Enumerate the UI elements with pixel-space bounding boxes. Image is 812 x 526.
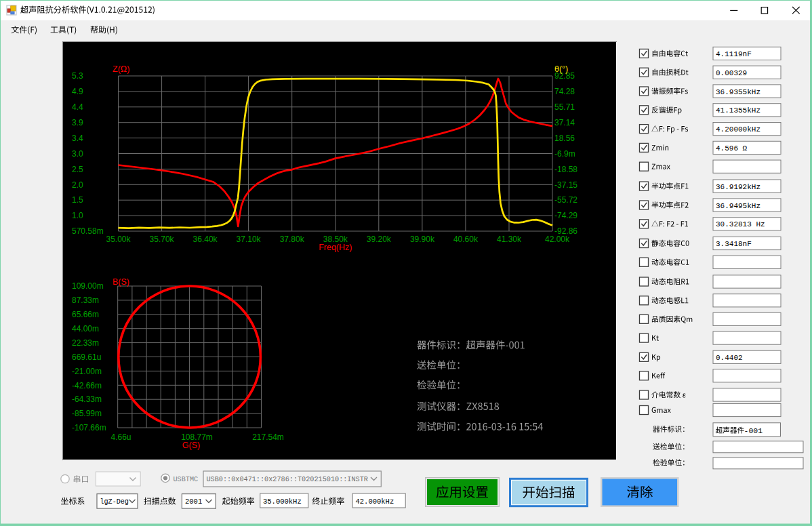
svg-text:35.70k: 35.70k: [150, 235, 175, 244]
svg-text:-55.72: -55.72: [554, 195, 577, 205]
svg-text:4.596 Ω: 4.596 Ω: [716, 144, 748, 153]
svg-text:-74.29: -74.29: [554, 211, 577, 220]
svg-text:65.66m: 65.66m: [72, 310, 99, 319]
svg-text:-6.9m: -6.9m: [554, 149, 575, 159]
svg-text:4.9: 4.9: [72, 87, 83, 96]
svg-text:41.30k: 41.30k: [497, 235, 522, 244]
svg-text:22.33m: 22.33m: [72, 338, 99, 348]
svg-text:4.20000kHz: 4.20000kHz: [716, 125, 760, 134]
svg-text:2.5: 2.5: [72, 165, 83, 174]
svg-text:-42.66m: -42.66m: [72, 381, 102, 390]
svg-text:-21.00m: -21.00m: [72, 367, 102, 376]
svg-text:3.0: 3.0: [72, 149, 83, 159]
svg-text:3.9: 3.9: [72, 118, 83, 127]
svg-text:Z(Ω): Z(Ω): [113, 64, 129, 74]
svg-text:3.3418nF: 3.3418nF: [716, 240, 752, 248]
svg-text:87.33m: 87.33m: [72, 296, 99, 305]
svg-text:37.10k: 37.10k: [237, 235, 262, 244]
svg-text:39.90k: 39.90k: [410, 235, 435, 244]
svg-text:USB0::0x0471::0x2786::T0202150: USB0::0x0471::0x2786::T020215010::INSTR: [207, 476, 368, 483]
svg-text:570.58m: 570.58m: [72, 226, 104, 236]
svg-text:217.54m: 217.54m: [252, 432, 284, 442]
svg-text:-001: -001: [744, 426, 763, 435]
svg-text:-85.99m: -85.99m: [72, 409, 102, 418]
svg-text:-18.58: -18.58: [554, 165, 577, 174]
svg-text:36.40k: 36.40k: [193, 235, 218, 244]
svg-text:36.9192kHz: 36.9192kHz: [716, 183, 760, 191]
svg-text:2001: 2001: [185, 498, 202, 506]
svg-text:74.28: 74.28: [554, 87, 575, 96]
svg-text:5.3: 5.3: [72, 71, 83, 81]
svg-text:G(S): G(S): [182, 441, 200, 450]
svg-text:0.00329: 0.00329: [716, 69, 747, 77]
svg-text:-37.15: -37.15: [554, 180, 577, 190]
svg-text:Freq(Hz): Freq(Hz): [319, 243, 352, 252]
svg-text:3.4: 3.4: [72, 134, 83, 143]
svg-text:39.20k: 39.20k: [367, 235, 392, 244]
svg-text:36.9355kHz: 36.9355kHz: [716, 88, 760, 96]
svg-text:18.56: 18.56: [554, 134, 575, 143]
svg-text:37.14: 37.14: [554, 118, 575, 127]
svg-text:44.00m: 44.00m: [72, 324, 99, 333]
svg-text:4.4: 4.4: [72, 102, 83, 112]
svg-text:669.61u: 669.61u: [72, 352, 101, 362]
svg-text:USBTMC: USBTMC: [174, 476, 199, 483]
svg-text:40.60k: 40.60k: [453, 235, 479, 244]
svg-text:109.00m: 109.00m: [72, 281, 104, 291]
svg-text:1.0: 1.0: [72, 211, 83, 220]
svg-text:0.4402: 0.4402: [716, 354, 743, 362]
svg-text:4.66u: 4.66u: [110, 432, 131, 442]
svg-text:θ(°): θ(°): [554, 64, 568, 74]
svg-text:30.32813 Hz: 30.32813 Hz: [716, 220, 765, 228]
svg-text:42.000kHz: 42.000kHz: [356, 498, 394, 506]
svg-text:36.9495kHz: 36.9495kHz: [716, 202, 760, 210]
svg-text:-107.66m: -107.66m: [72, 423, 106, 432]
svg-text:35.000kHz: 35.000kHz: [263, 498, 302, 506]
svg-text:-64.33m: -64.33m: [72, 394, 102, 404]
svg-text:2.0: 2.0: [72, 180, 83, 190]
svg-text:55.71: 55.71: [554, 102, 575, 112]
svg-text:42.00k: 42.00k: [545, 235, 570, 244]
svg-text:37.80k: 37.80k: [280, 235, 305, 244]
svg-text:41.1355kHz: 41.1355kHz: [716, 106, 760, 115]
svg-text:35.00k: 35.00k: [106, 235, 131, 244]
svg-text:B(S): B(S): [113, 277, 129, 287]
svg-text:1.5: 1.5: [72, 195, 83, 205]
svg-text:lgZ-Deg: lgZ-Deg: [100, 498, 129, 506]
svg-text:4.1119nF: 4.1119nF: [716, 50, 752, 58]
